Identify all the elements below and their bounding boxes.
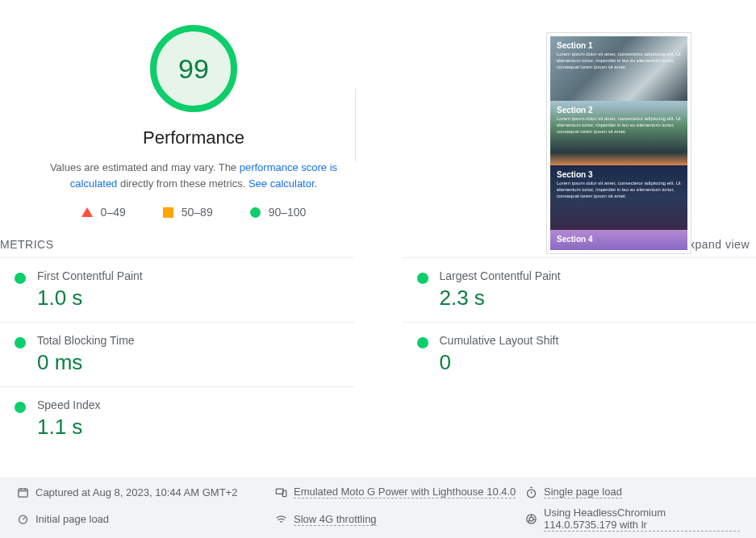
svg-rect-3 (18, 489, 27, 497)
chrome-icon (524, 513, 537, 526)
legend-average: 50–89 (163, 206, 213, 219)
metrics-grid: First Contentful Paint 1.0 s Largest Con… (0, 257, 756, 451)
page-screenshot-thumbnail: Section 1Lorem ipsum dolor sit amet, con… (546, 32, 691, 254)
preview-section-text: Lorem ipsum dolor sit amet, consectetur … (557, 181, 681, 199)
env-device: Emulated Moto G Power with Lighthouse 10… (274, 486, 524, 498)
network-icon (274, 513, 287, 526)
circle-icon (417, 273, 428, 284)
calendar-icon (16, 486, 29, 498)
legend-pass: 90–100 (250, 206, 307, 219)
preview-section-title: Section 2 (557, 106, 681, 115)
env-text[interactable]: Single page load (544, 486, 622, 498)
desc-text: directly from these metrics. (117, 177, 249, 190)
circle-icon (250, 207, 261, 218)
preview-section: Section 4 (550, 230, 687, 250)
env-text: Initial page load (36, 513, 109, 525)
metric-lcp[interactable]: Largest Contentful Paint 2.3 s (403, 257, 757, 322)
preview-section-title: Section 1 (557, 41, 681, 50)
devices-icon (274, 486, 287, 498)
legend-fail: 0–49 (81, 206, 126, 219)
preview-section: Section 3Lorem ipsum dolor sit amet, con… (550, 165, 687, 230)
circle-icon (15, 402, 26, 413)
metric-name: Largest Contentful Paint (440, 269, 561, 282)
legend-fail-label: 0–49 (101, 206, 126, 219)
metric-name: Speed Index (37, 398, 101, 411)
stopwatch-icon (524, 486, 537, 498)
metric-tbt[interactable]: Total Blocking Time 0 ms (0, 322, 354, 386)
square-icon (163, 207, 173, 218)
metric-name: First Contentful Paint (37, 269, 143, 282)
preview-section-text: Lorem ipsum dolor sit amet, consectetur … (557, 52, 681, 70)
metric-value: 1.1 s (37, 415, 101, 440)
circle-icon (15, 273, 26, 284)
env-text[interactable]: Slow 4G throttling (294, 513, 377, 526)
metric-value: 0 ms (37, 350, 135, 375)
env-text: Captured at Aug 8, 2023, 10:44 AM GMT+2 (36, 486, 237, 498)
triangle-icon (81, 207, 93, 217)
circle-icon (15, 337, 26, 348)
metric-fcp[interactable]: First Contentful Paint 1.0 s (0, 257, 354, 322)
metric-name: Cumulative Layout Shift (440, 334, 559, 347)
desc-text: Values are estimated and may vary. The (50, 161, 240, 173)
preview-section-title: Section 4 (557, 235, 681, 244)
preview-section-title: Section 3 (557, 170, 681, 179)
metric-value: 0 (440, 350, 559, 375)
timer-icon (16, 513, 29, 526)
env-text[interactable]: Using HeadlessChromium 114.0.5735.179 wi… (544, 507, 740, 532)
circle-icon (417, 337, 428, 348)
see-calculator-link[interactable]: See calculator. (249, 177, 317, 190)
svg-rect-4 (276, 489, 283, 494)
metric-cls[interactable]: Cumulative Layout Shift 0 (403, 322, 757, 386)
preview-section: Section 2Lorem ipsum dolor sit amet, con… (550, 101, 687, 165)
legend-pass-label: 90–100 (269, 206, 307, 219)
score-description: Values are estimated and may vary. The p… (32, 160, 355, 191)
vertical-divider (355, 89, 356, 161)
metric-name: Total Blocking Time (37, 334, 135, 347)
preview-section-text: Lorem ipsum dolor sit amet, consectetur … (557, 116, 681, 135)
metric-value: 2.3 s (440, 286, 561, 311)
environment-footer: Captured at Aug 8, 2023, 10:44 AM GMT+2 … (0, 478, 756, 538)
env-initial: Initial page load (16, 507, 274, 532)
env-load: Single page load (524, 486, 740, 498)
score-value: 99 (149, 24, 238, 113)
metric-value: 1.0 s (37, 286, 143, 311)
score-title: Performance (16, 127, 371, 148)
score-gauge: 99 (149, 24, 238, 113)
preview-section: Section 1Lorem ipsum dolor sit amet, con… (550, 36, 687, 101)
env-captured: Captured at Aug 8, 2023, 10:44 AM GMT+2 (16, 486, 274, 498)
env-browser: Using HeadlessChromium 114.0.5735.179 wi… (524, 507, 740, 532)
env-throttle: Slow 4G throttling (274, 507, 524, 532)
performance-score-panel: 99 Performance Values are estimated and … (16, 24, 371, 219)
score-legend: 0–49 50–89 90–100 (16, 206, 371, 219)
metric-si[interactable]: Speed Index 1.1 s (0, 386, 354, 451)
metrics-heading: METRICS (0, 238, 54, 251)
env-text[interactable]: Emulated Moto G Power with Lighthouse 10… (294, 486, 516, 498)
legend-avg-label: 50–89 (182, 206, 213, 219)
